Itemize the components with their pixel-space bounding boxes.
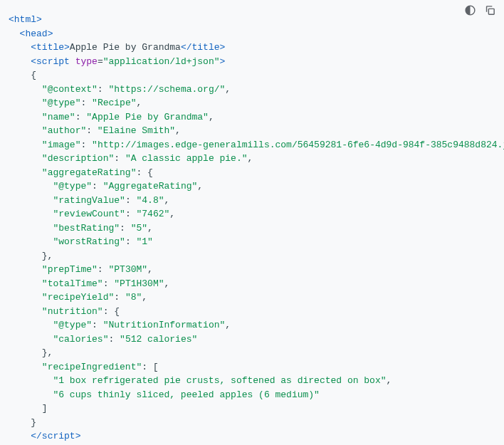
code-line: <html> (9, 13, 495, 27)
code-line: ] (9, 402, 495, 416)
code-line: "name": "Apple Pie by Grandma", (9, 110, 495, 125)
code-line: }, (9, 249, 495, 263)
code-line: "calories": "512 calories" (9, 333, 495, 347)
code-line: "1 box refrigerated pie crusts, softened… (9, 374, 495, 388)
code-line: "recipeYield": "8", (9, 290, 495, 305)
code-line: "bestRating": "5", (9, 221, 495, 236)
copy-icon (484, 4, 496, 16)
code-line: "@type": "Recipe", (9, 96, 495, 110)
theme-toggle-button[interactable] (463, 3, 477, 17)
code-line: "worstRating": "1" (9, 235, 495, 249)
code-line: { (9, 68, 495, 83)
code-line: "aggregateRating": { (9, 166, 495, 180)
code-line: "totalTime": "PT1H30M", (9, 277, 495, 291)
svg-rect-0 (488, 9, 494, 14)
code-line: </script> (9, 429, 495, 444)
code-line: <title>Apple Pie by Grandma</title> (9, 41, 495, 55)
code-line: "@context": "https://schema.org/", (9, 83, 495, 97)
code-line: } (9, 416, 495, 430)
code-block: <html> <head> <title>Apple Pie by Grandm… (9, 6, 495, 445)
code-line: "ratingValue": "4.8", (9, 194, 495, 208)
code-line: "@type": "AggregateRating", (9, 179, 495, 194)
theme-toggle-icon (464, 4, 476, 16)
code-line: <script type="application/ld+json"> (9, 55, 495, 69)
copy-button[interactable] (483, 3, 497, 17)
code-line: "image": "http://images.edge-generalmill… (9, 138, 495, 152)
code-line: "prepTime": "PT30M", (9, 263, 495, 277)
code-line: <head> (9, 27, 495, 41)
code-line: }, (9, 346, 495, 360)
code-toolbar (463, 3, 497, 17)
code-line: "author": "Elaine Smith", (9, 124, 495, 138)
code-line: "nutrition": { (9, 305, 495, 319)
code-line: "@type": "NutritionInformation", (9, 318, 495, 333)
title-text: Apple Pie by Grandma (70, 42, 181, 53)
code-line: "6 cups thinly sliced, peeled apples (6 … (9, 388, 495, 402)
code-line: "recipeIngredient": [ (9, 360, 495, 375)
code-line: "reviewCount": "7462", (9, 207, 495, 221)
code-line: "description": "A classic apple pie.", (9, 152, 495, 166)
